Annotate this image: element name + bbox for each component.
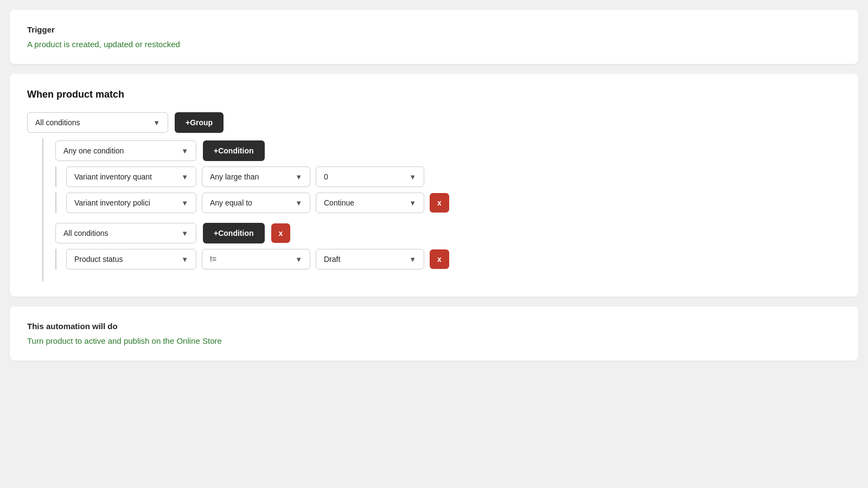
cond3-field-select[interactable]: Product status ▼	[66, 249, 196, 269]
cond1-operator-value: Any large than	[210, 172, 259, 181]
group-2-condition-type-chevron: ▼	[181, 229, 188, 237]
cond2-field-chevron: ▼	[181, 199, 188, 207]
when-product-match-title: When product match	[27, 89, 841, 100]
trigger-card: Trigger A product is created, updated or…	[10, 10, 858, 64]
group-2-condition-type-select[interactable]: All conditions ▼	[55, 223, 196, 243]
cond1-field-select[interactable]: Variant inventory quant ▼	[66, 166, 196, 187]
group-1: Any one condition ▼ +Condition Variant i…	[55, 140, 841, 213]
cond3-field-chevron: ▼	[181, 255, 188, 264]
automation-title: This automation will do	[27, 322, 841, 331]
cond3-operator-value: !=	[210, 255, 216, 264]
cond1-field-value: Variant inventory quant	[74, 172, 152, 181]
cond3-operator-chevron: ▼	[295, 255, 302, 264]
cond1-field-chevron: ▼	[181, 173, 188, 181]
cond3-value-chevron: ▼	[409, 255, 416, 264]
cond2-field-value: Variant inventory polici	[74, 198, 150, 207]
group-1-header: Any one condition ▼ +Condition	[55, 140, 841, 161]
cond3-value-value: Draft	[324, 255, 340, 264]
top-condition-select[interactable]: All conditions ▼	[27, 112, 168, 133]
cond1-operator-chevron: ▼	[295, 173, 302, 181]
group-1-condition-type-chevron: ▼	[181, 147, 188, 155]
group-2-condition-type-value: All conditions	[63, 229, 108, 237]
cond2-operator-chevron: ▼	[295, 199, 302, 207]
cond3-remove-button[interactable]: x	[430, 249, 449, 269]
cond2-field-select[interactable]: Variant inventory polici ▼	[66, 192, 196, 213]
cond2-remove-button[interactable]: x	[430, 193, 449, 213]
top-condition-row: All conditions ▼ +Group	[27, 112, 841, 133]
trigger-label: Trigger	[27, 25, 841, 34]
group-1-condition-2: Variant inventory polici ▼ Any equal to …	[55, 192, 841, 213]
when-product-match-card: When product match All conditions ▼ +Gro…	[10, 74, 858, 297]
cond2-operator-value: Any equal to	[210, 198, 252, 207]
cond2-value-chevron: ▼	[409, 199, 416, 207]
group-1-condition-1: Variant inventory quant ▼ Any large than…	[55, 166, 841, 187]
cond1-value-value: 0	[324, 172, 328, 181]
cond3-value-select[interactable]: Draft ▼	[316, 249, 424, 269]
group-1-condition-type-value: Any one condition	[63, 146, 124, 155]
groups-container: Any one condition ▼ +Condition Variant i…	[42, 138, 841, 281]
cond2-value-value: Continue	[324, 198, 354, 207]
cond2-operator-select[interactable]: Any equal to ▼	[202, 192, 310, 213]
group-2-header: All conditions ▼ +Condition x	[55, 223, 841, 243]
top-condition-select-chevron: ▼	[153, 119, 160, 127]
cond1-operator-select[interactable]: Any large than ▼	[202, 166, 310, 187]
trigger-description: A product is created, updated or restock…	[27, 40, 841, 49]
cond2-value-select[interactable]: Continue ▼	[316, 192, 424, 213]
group-1-condition-type-select[interactable]: Any one condition ▼	[55, 140, 196, 161]
cond3-field-value: Product status	[74, 255, 123, 264]
cond1-value-chevron: ▼	[409, 173, 416, 181]
add-group-button[interactable]: +Group	[175, 112, 224, 133]
group-1-add-condition-button[interactable]: +Condition	[203, 140, 265, 161]
group-2-add-condition-button[interactable]: +Condition	[203, 223, 265, 243]
group-2-condition-1: Product status ▼ != ▼ Draft ▼ x	[55, 249, 841, 269]
automation-card: This automation will do Turn product to …	[10, 306, 858, 361]
group-2-remove-button[interactable]: x	[271, 223, 291, 243]
top-condition-select-value: All conditions	[35, 118, 80, 127]
cond3-operator-select[interactable]: != ▼	[202, 249, 310, 269]
automation-description: Turn product to active and publish on th…	[27, 336, 841, 345]
group-2: All conditions ▼ +Condition x Product st…	[55, 223, 841, 269]
cond1-value-select[interactable]: 0 ▼	[316, 166, 424, 187]
